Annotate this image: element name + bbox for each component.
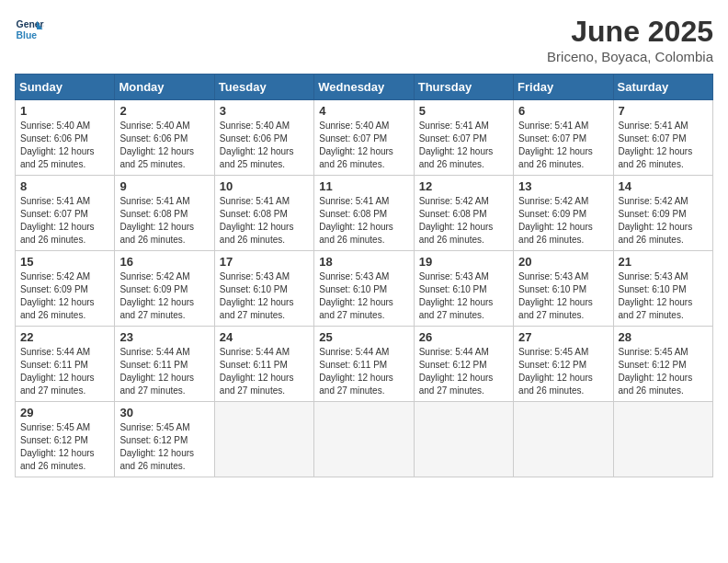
day-number: 28 xyxy=(619,330,708,344)
calendar-day-cell: 12Sunrise: 5:42 AMSunset: 6:08 PMDayligh… xyxy=(414,176,513,251)
day-info: Sunrise: 5:43 AMSunset: 6:10 PMDaylight:… xyxy=(518,271,593,320)
day-info: Sunrise: 5:42 AMSunset: 6:09 PMDaylight:… xyxy=(20,271,95,320)
day-of-week-header: Wednesday xyxy=(314,75,414,100)
calendar-day-cell xyxy=(414,402,513,477)
calendar-day-cell: 5Sunrise: 5:41 AMSunset: 6:07 PMDaylight… xyxy=(414,100,513,176)
day-number: 5 xyxy=(419,104,508,118)
calendar-day-cell: 19Sunrise: 5:43 AMSunset: 6:10 PMDayligh… xyxy=(414,251,513,327)
day-info: Sunrise: 5:42 AMSunset: 6:09 PMDaylight:… xyxy=(518,196,593,245)
calendar-day-cell: 22Sunrise: 5:44 AMSunset: 6:11 PMDayligh… xyxy=(16,327,115,402)
calendar-day-cell: 3Sunrise: 5:40 AMSunset: 6:06 PMDaylight… xyxy=(214,100,313,176)
day-number: 25 xyxy=(319,330,408,344)
day-info: Sunrise: 5:44 AMSunset: 6:11 PMDaylight:… xyxy=(319,347,393,396)
calendar-day-cell: 16Sunrise: 5:42 AMSunset: 6:09 PMDayligh… xyxy=(115,251,214,327)
day-info: Sunrise: 5:40 AMSunset: 6:07 PMDaylight:… xyxy=(319,121,393,169)
calendar-day-cell: 10Sunrise: 5:41 AMSunset: 6:08 PMDayligh… xyxy=(214,176,313,251)
logo-icon: General Blue xyxy=(15,15,44,44)
calendar-day-cell xyxy=(514,402,613,477)
day-info: Sunrise: 5:44 AMSunset: 6:11 PMDaylight:… xyxy=(20,347,95,396)
calendar-day-cell: 26Sunrise: 5:44 AMSunset: 6:12 PMDayligh… xyxy=(414,327,513,402)
calendar-day-cell: 2Sunrise: 5:40 AMSunset: 6:06 PMDaylight… xyxy=(115,100,214,176)
day-number: 20 xyxy=(518,255,608,269)
calendar-day-cell: 23Sunrise: 5:44 AMSunset: 6:11 PMDayligh… xyxy=(115,327,214,402)
calendar-week-row: 1Sunrise: 5:40 AMSunset: 6:06 PMDaylight… xyxy=(16,100,713,176)
day-info: Sunrise: 5:45 AMSunset: 6:12 PMDaylight:… xyxy=(20,422,95,471)
calendar-day-cell xyxy=(214,402,313,477)
calendar-day-cell: 30Sunrise: 5:45 AMSunset: 6:12 PMDayligh… xyxy=(115,402,214,477)
day-number: 16 xyxy=(119,255,209,269)
day-info: Sunrise: 5:44 AMSunset: 6:11 PMDaylight:… xyxy=(119,347,194,396)
day-number: 27 xyxy=(518,330,608,344)
calendar-day-cell: 24Sunrise: 5:44 AMSunset: 6:11 PMDayligh… xyxy=(214,327,313,402)
day-info: Sunrise: 5:42 AMSunset: 6:08 PMDaylight:… xyxy=(419,196,494,245)
calendar-day-cell: 21Sunrise: 5:43 AMSunset: 6:10 PMDayligh… xyxy=(613,251,712,327)
day-info: Sunrise: 5:45 AMSunset: 6:12 PMDaylight:… xyxy=(518,347,593,396)
calendar-day-cell: 9Sunrise: 5:41 AMSunset: 6:08 PMDaylight… xyxy=(115,176,214,251)
day-number: 3 xyxy=(220,104,309,118)
day-number: 24 xyxy=(220,330,309,344)
day-info: Sunrise: 5:42 AMSunset: 6:09 PMDaylight:… xyxy=(619,196,693,245)
day-number: 13 xyxy=(518,179,608,193)
day-number: 15 xyxy=(20,255,109,269)
calendar-day-cell: 1Sunrise: 5:40 AMSunset: 6:06 PMDaylight… xyxy=(16,100,115,176)
day-info: Sunrise: 5:43 AMSunset: 6:10 PMDaylight:… xyxy=(619,271,693,320)
day-number: 8 xyxy=(20,179,109,193)
calendar-day-cell: 4Sunrise: 5:40 AMSunset: 6:07 PMDaylight… xyxy=(314,100,414,176)
day-info: Sunrise: 5:41 AMSunset: 6:07 PMDaylight:… xyxy=(419,121,494,169)
calendar-day-cell: 17Sunrise: 5:43 AMSunset: 6:10 PMDayligh… xyxy=(214,251,313,327)
calendar-day-cell: 15Sunrise: 5:42 AMSunset: 6:09 PMDayligh… xyxy=(16,251,115,327)
day-info: Sunrise: 5:41 AMSunset: 6:07 PMDaylight:… xyxy=(20,196,95,245)
day-info: Sunrise: 5:44 AMSunset: 6:11 PMDaylight:… xyxy=(220,347,294,396)
day-info: Sunrise: 5:41 AMSunset: 6:08 PMDaylight:… xyxy=(220,196,294,245)
day-number: 30 xyxy=(119,406,209,419)
calendar-day-cell: 14Sunrise: 5:42 AMSunset: 6:09 PMDayligh… xyxy=(613,176,712,251)
day-info: Sunrise: 5:45 AMSunset: 6:12 PMDaylight:… xyxy=(619,347,693,396)
day-number: 17 xyxy=(220,255,309,269)
day-info: Sunrise: 5:40 AMSunset: 6:06 PMDaylight:… xyxy=(119,121,194,169)
day-of-week-header: Sunday xyxy=(16,75,115,100)
header: General Blue June 2025 Briceno, Boyaca, … xyxy=(15,15,713,64)
day-number: 11 xyxy=(319,179,408,193)
day-number: 9 xyxy=(119,179,209,193)
day-number: 26 xyxy=(419,330,508,344)
day-number: 18 xyxy=(319,255,408,269)
month-year: June 2025 xyxy=(547,15,713,49)
day-info: Sunrise: 5:44 AMSunset: 6:12 PMDaylight:… xyxy=(419,347,494,396)
title-area: June 2025 Briceno, Boyaca, Colombia xyxy=(547,15,713,64)
day-info: Sunrise: 5:41 AMSunset: 6:08 PMDaylight:… xyxy=(119,196,194,245)
day-number: 21 xyxy=(619,255,708,269)
day-of-week-header: Friday xyxy=(514,75,613,100)
day-of-week-header: Monday xyxy=(115,75,214,100)
day-info: Sunrise: 5:45 AMSunset: 6:12 PMDaylight:… xyxy=(119,422,194,471)
day-number: 1 xyxy=(20,104,109,118)
calendar-week-row: 15Sunrise: 5:42 AMSunset: 6:09 PMDayligh… xyxy=(16,251,713,327)
day-info: Sunrise: 5:43 AMSunset: 6:10 PMDaylight:… xyxy=(319,271,393,320)
svg-text:Blue: Blue xyxy=(17,30,38,40)
day-of-week-header: Thursday xyxy=(414,75,513,100)
calendar-day-cell: 27Sunrise: 5:45 AMSunset: 6:12 PMDayligh… xyxy=(514,327,613,402)
day-number: 7 xyxy=(619,104,708,118)
calendar-week-row: 29Sunrise: 5:45 AMSunset: 6:12 PMDayligh… xyxy=(16,402,713,477)
day-number: 2 xyxy=(119,104,209,118)
calendar-day-cell xyxy=(314,402,414,477)
day-number: 22 xyxy=(20,330,109,344)
logo: General Blue xyxy=(15,15,44,44)
day-number: 19 xyxy=(419,255,508,269)
day-of-week-header: Tuesday xyxy=(214,75,313,100)
calendar-day-cell: 7Sunrise: 5:41 AMSunset: 6:07 PMDaylight… xyxy=(613,100,712,176)
calendar-day-cell: 25Sunrise: 5:44 AMSunset: 6:11 PMDayligh… xyxy=(314,327,414,402)
calendar-day-cell: 29Sunrise: 5:45 AMSunset: 6:12 PMDayligh… xyxy=(16,402,115,477)
day-info: Sunrise: 5:43 AMSunset: 6:10 PMDaylight:… xyxy=(419,271,494,320)
calendar-week-row: 8Sunrise: 5:41 AMSunset: 6:07 PMDaylight… xyxy=(16,176,713,251)
calendar-day-cell: 11Sunrise: 5:41 AMSunset: 6:08 PMDayligh… xyxy=(314,176,414,251)
calendar-day-cell: 20Sunrise: 5:43 AMSunset: 6:10 PMDayligh… xyxy=(514,251,613,327)
day-number: 6 xyxy=(518,104,608,118)
day-number: 23 xyxy=(119,330,209,344)
calendar-header-row: SundayMondayTuesdayWednesdayThursdayFrid… xyxy=(16,75,713,100)
day-number: 12 xyxy=(419,179,508,193)
calendar-day-cell xyxy=(613,402,712,477)
day-number: 29 xyxy=(20,406,109,419)
day-info: Sunrise: 5:41 AMSunset: 6:07 PMDaylight:… xyxy=(518,121,593,169)
calendar-day-cell: 6Sunrise: 5:41 AMSunset: 6:07 PMDaylight… xyxy=(514,100,613,176)
day-of-week-header: Saturday xyxy=(613,75,712,100)
